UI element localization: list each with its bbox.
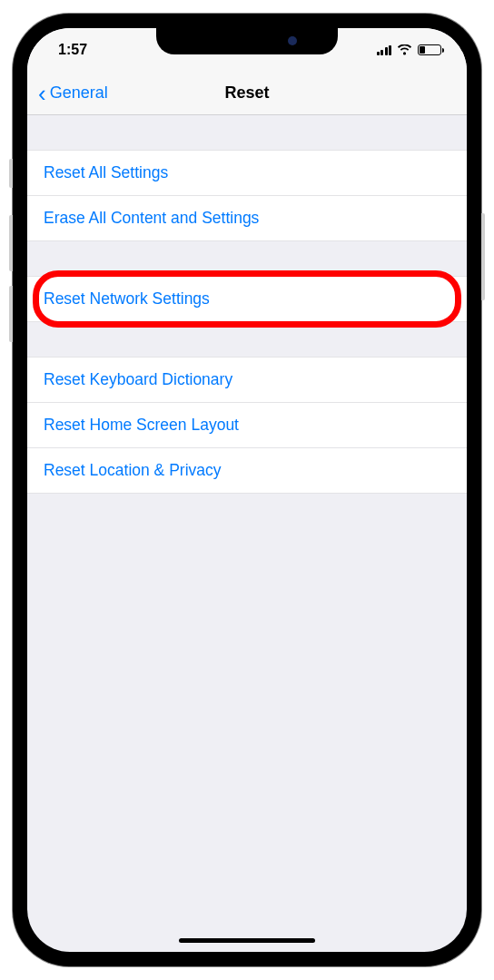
item-label: Reset Network Settings [44,289,210,308]
wifi-icon [397,44,412,55]
item-label: Reset All Settings [44,163,168,181]
item-label: Reset Location & Privacy [44,461,222,479]
back-button[interactable]: ‹ General [38,82,108,105]
item-label: Erase All Content and Settings [44,209,259,227]
navigation-bar: ‹ General Reset [27,72,467,115]
chevron-left-icon: ‹ [38,82,46,105]
volume-down-button [9,286,13,342]
reset-keyboard-dictionary[interactable]: Reset Keyboard Dictionary [27,357,467,403]
reset-location-privacy[interactable]: Reset Location & Privacy [27,448,467,494]
status-indicators [377,44,442,55]
screen: 1:57 ‹ General [27,28,467,952]
item-label: Reset Keyboard Dictionary [44,370,232,388]
battery-icon [418,44,441,55]
back-label: General [50,83,108,103]
section-3: Reset Keyboard Dictionary Reset Home Scr… [27,357,467,494]
reset-all-settings[interactable]: Reset All Settings [27,150,467,196]
notch [156,28,338,54]
volume-up-button [9,215,13,271]
reset-home-screen-layout[interactable]: Reset Home Screen Layout [27,403,467,448]
section-2: Reset Network Settings [27,276,467,322]
reset-network-settings[interactable]: Reset Network Settings [27,276,467,322]
erase-all-content[interactable]: Erase All Content and Settings [27,196,467,241]
page-title: Reset [224,83,269,103]
home-indicator[interactable] [179,938,315,943]
item-label: Reset Home Screen Layout [44,416,239,434]
phone-frame: 1:57 ‹ General [13,14,481,966]
mute-switch [9,159,13,188]
cellular-icon [377,45,392,55]
content-area: Reset All Settings Erase All Content and… [27,115,467,494]
power-button [481,213,485,300]
status-time: 1:57 [58,42,87,58]
section-1: Reset All Settings Erase All Content and… [27,150,467,241]
